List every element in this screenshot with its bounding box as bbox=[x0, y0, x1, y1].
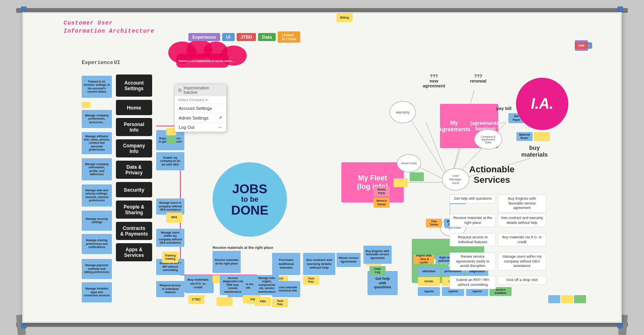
renewal-label: ???renewal bbox=[462, 74, 494, 83]
asset-data-node: Asset Data bbox=[397, 154, 421, 172]
service-buy-engines: Buy Engines with favorable service agree… bbox=[498, 194, 546, 213]
legend-jtbd: JTBD bbox=[237, 33, 256, 41]
sticky-6: Manage security settings bbox=[82, 211, 112, 231]
service-see-contract: See contract and warranty details withou… bbox=[498, 214, 546, 227]
clip-top-left bbox=[21, 6, 27, 12]
sticky-fleet2: Wrench Turner bbox=[374, 198, 390, 208]
jobs-text-3: DONE bbox=[231, 204, 268, 217]
buy-materials-label: buymaterials bbox=[514, 144, 555, 158]
ia-circle: I.A. bbox=[516, 78, 568, 130]
sticky-fleet3 bbox=[394, 178, 408, 187]
sticky-access-diag: Access diagnostics via FMX tool, remote … bbox=[220, 275, 246, 295]
sticky-billing2: Billing bbox=[336, 13, 353, 22]
service-manage-users: Manage users within my company without G… bbox=[498, 252, 546, 271]
jobs-to-be-done-circle: JOBS to be DONE bbox=[213, 162, 287, 237]
nav-personal-info[interactable]: PersonalInfo bbox=[116, 118, 152, 136]
nav-company-info[interactable]: CompanyInfo bbox=[116, 139, 152, 157]
jobs-text-2: to be bbox=[231, 195, 268, 204]
toggle-icon: ⊙ bbox=[178, 87, 182, 93]
sticky-ar2 bbox=[561, 295, 573, 303]
asset-data-label: Asset Data bbox=[401, 161, 417, 165]
clip-bottom-left bbox=[21, 323, 27, 329]
service-get-help: Get help with questions bbox=[450, 194, 496, 203]
jobs-text-1: JOBS bbox=[231, 182, 268, 195]
warranty-node: warranty bbox=[390, 101, 416, 123]
legend-experience: Experience bbox=[188, 33, 220, 41]
ia-label: I.A. bbox=[531, 95, 553, 112]
sticky-r4: Manage users within my company without G… bbox=[156, 229, 184, 247]
sticky-5: Manage data and privacy settings: consen… bbox=[82, 184, 112, 207]
nav-people-sharing[interactable]: People &Sharing bbox=[116, 201, 152, 219]
admin-link-icon: ↗ bbox=[219, 115, 222, 120]
label-role: role bbox=[575, 42, 588, 49]
nav-security[interactable]: Security bbox=[116, 182, 152, 197]
nav-contracts-payments[interactable]: Contracts& Payments bbox=[116, 222, 152, 240]
sticky-7: Manage sharing preferences and notificat… bbox=[82, 234, 112, 254]
legend-ui: UI bbox=[222, 33, 235, 41]
sticky-bm2 bbox=[534, 132, 550, 141]
service-renew: Renew service agreements easily to avoid… bbox=[450, 252, 496, 271]
sticky-mfa: MFA bbox=[166, 213, 182, 223]
select-company-area: Select Company ▾ bbox=[175, 96, 226, 104]
top-right-labels: log info action role bbox=[575, 41, 584, 50]
sticky-g1 bbox=[166, 136, 176, 143]
page-title: Customer User Information Architecture bbox=[64, 19, 155, 35]
sticky-m1: Receive materials at the right place bbox=[213, 251, 241, 273]
service-submit-rfp: Submit an RFP / RFI without committing bbox=[450, 276, 496, 289]
sticky-reports1: reports bbox=[418, 287, 440, 296]
nav-home[interactable]: Home bbox=[116, 100, 152, 115]
sticky-4: Manage company information, profile, and… bbox=[82, 158, 112, 180]
impersonation-label: Impersonation Inactive bbox=[184, 86, 223, 95]
service-receive-materials: Receive materials at the right place bbox=[450, 214, 496, 227]
new-agreement-label: ???newagreement bbox=[418, 74, 450, 88]
nav-account-settings[interactable]: AccountSettings bbox=[116, 74, 152, 97]
sticky-case-log: CaseLog bbox=[369, 266, 386, 275]
actionable-services-title: ActionableServices bbox=[450, 164, 534, 185]
sticky-tech-pub2: Tech Pub. bbox=[303, 276, 319, 285]
service-kick-off: Kick off a shop visit bbox=[498, 276, 546, 285]
sticky-utilization: utilization bbox=[418, 267, 440, 276]
sticky-9: Manage installed apps and connected serv… bbox=[82, 282, 112, 302]
menu-popup[interactable]: ⊙ Impersonation Inactive Select Company … bbox=[174, 84, 227, 132]
label-receive: Receive materials at the right place bbox=[213, 246, 273, 250]
sticky-fmx2: FMX bbox=[255, 297, 271, 306]
legend-data: Data bbox=[258, 33, 276, 41]
cloud-group: training and enablement of admin users..… bbox=[168, 37, 249, 74]
logout-icon: → bbox=[218, 125, 222, 130]
clip-bottom-right bbox=[617, 323, 623, 329]
pay-bill-label: pay bill bbox=[496, 106, 512, 111]
sticky-trends1: trends bbox=[418, 277, 440, 286]
clip-top-right bbox=[617, 6, 623, 12]
sticky-purchase-manuals: Purchase additional manuals bbox=[272, 253, 300, 275]
sticky-ar1 bbox=[548, 295, 560, 303]
legend-linked: Linkedto / from bbox=[278, 31, 300, 43]
sticky-training: TrainingCatalog bbox=[162, 252, 178, 263]
whiteboard: Customer User Information Architecture E… bbox=[22, 12, 622, 323]
sticky-engine-data: engine data- time & cycles bbox=[414, 255, 434, 264]
sticky-fleet1: Needs Parts bbox=[374, 186, 390, 196]
company-agreement-node: Company &AgreementData bbox=[474, 129, 502, 149]
warranty-label: warranty bbox=[396, 110, 410, 114]
ui-label: UI bbox=[114, 60, 120, 66]
sticky-r6: Request access to individual features bbox=[156, 281, 184, 297]
sticky-ar3 bbox=[574, 295, 586, 303]
sticky-ctec: CTEC bbox=[188, 295, 204, 304]
sticky-pricing bbox=[217, 297, 233, 306]
sticky-buy-engines-mid: Buy Engines with favorable service agree… bbox=[363, 246, 392, 264]
nav-apps-services[interactable]: Apps &Services bbox=[116, 243, 152, 261]
service-buy-materials-credit: Buy materials via P.O. or credit bbox=[498, 233, 546, 246]
sticky-bm1: Material Buyer bbox=[516, 132, 533, 141]
sticky-3: Manage affiliated info: name, picture, c… bbox=[82, 132, 112, 154]
sticky-see-contract: See contract and warranty details withou… bbox=[303, 253, 335, 275]
menu-log-out[interactable]: Log Out → bbox=[175, 123, 226, 132]
service-request-access: Request access to individual features bbox=[450, 233, 496, 246]
sticky-renew-service: Renew service agreements bbox=[336, 253, 361, 267]
menu-admin-settings[interactable]: Admin Settings ↗ bbox=[175, 113, 226, 123]
nav-data-privacy[interactable]: Data &Privacy bbox=[116, 161, 152, 179]
menu-account-settings[interactable]: Account Settings bbox=[175, 104, 226, 113]
sticky-r2: Enable my company to do biz with GEA bbox=[156, 152, 184, 170]
experience-label: Experience bbox=[82, 60, 113, 66]
sticky-buy-label: Buy materials via P.O. or credit bbox=[184, 275, 212, 292]
sticky-fleet4 bbox=[410, 172, 424, 181]
sticky-8: Manage payment methods and billing prefe… bbox=[82, 259, 112, 279]
